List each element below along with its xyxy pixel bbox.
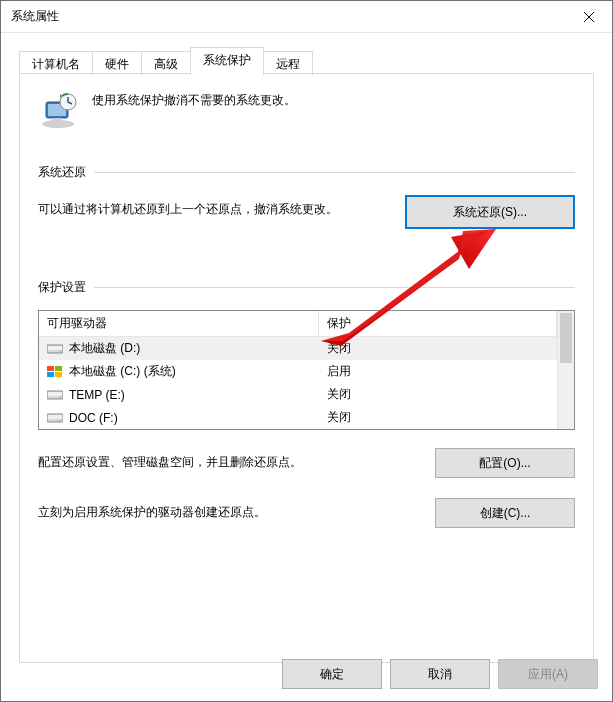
svg-rect-10: [47, 372, 54, 377]
system-protection-icon: [38, 90, 78, 130]
drive-status: 启用: [327, 363, 351, 380]
svg-rect-11: [55, 372, 62, 377]
drive-name: TEMP (E:): [69, 388, 125, 402]
scroll-thumb[interactable]: [560, 313, 572, 363]
create-description: 立刻为启用系统保护的驱动器创建还原点。: [38, 498, 415, 524]
col-header-drive[interactable]: 可用驱动器: [39, 311, 319, 336]
section-restore-label: 系统还原: [38, 164, 94, 181]
tab-computer-name[interactable]: 计算机名: [19, 51, 93, 75]
table-row[interactable]: 本地磁盘 (D:) 关闭: [39, 337, 557, 360]
hdd-icon: [47, 412, 63, 424]
ok-button[interactable]: 确定: [282, 659, 382, 689]
apply-button[interactable]: 应用(A): [498, 659, 598, 689]
table-header: 可用驱动器 保护: [39, 311, 557, 337]
window-title: 系统属性: [11, 8, 59, 25]
drive-status: 关闭: [327, 386, 351, 403]
section-protection-heading: 保护设置: [38, 279, 575, 296]
divider: [94, 287, 575, 288]
svg-rect-16: [48, 415, 62, 419]
intro-text: 使用系统保护撤消不需要的系统更改。: [92, 90, 296, 109]
configure-button[interactable]: 配置(O)...: [435, 448, 575, 478]
drive-status: 关闭: [327, 409, 351, 426]
close-button[interactable]: [566, 1, 612, 32]
svg-rect-6: [48, 346, 62, 350]
tab-advanced[interactable]: 高级: [141, 51, 191, 75]
dialog-button-row: 确定 取消 应用(A): [282, 659, 598, 689]
drive-name: 本地磁盘 (D:): [69, 340, 140, 357]
drive-name: 本地磁盘 (C:) (系统): [69, 363, 176, 380]
drive-table: 可用驱动器 保护 本地磁盘 (D:) 关闭 本地磁盘 (C:) (系统) 启用: [38, 310, 575, 430]
table-row[interactable]: 本地磁盘 (C:) (系统) 启用: [39, 360, 557, 383]
tab-strip: 计算机名 硬件 高级 系统保护 远程: [19, 47, 594, 73]
hdd-icon: [47, 389, 63, 401]
tab-system-protection[interactable]: 系统保护: [190, 47, 264, 74]
configure-description: 配置还原设置、管理磁盘空间，并且删除还原点。: [38, 448, 415, 474]
section-restore-heading: 系统还原: [38, 164, 575, 181]
svg-point-14: [59, 396, 60, 397]
table-row[interactable]: DOC (F:) 关闭: [39, 406, 557, 429]
system-restore-button[interactable]: 系统还原(S)...: [405, 195, 575, 229]
svg-rect-13: [48, 392, 62, 396]
tab-remote[interactable]: 远程: [263, 51, 313, 75]
cancel-button[interactable]: 取消: [390, 659, 490, 689]
tab-panel: 使用系统保护撤消不需要的系统更改。 系统还原 可以通过将计算机还原到上一个还原点…: [19, 73, 594, 663]
close-icon: [584, 12, 594, 22]
svg-point-17: [59, 419, 60, 420]
drive-name: DOC (F:): [69, 411, 118, 425]
restore-description: 可以通过将计算机还原到上一个还原点，撤消系统更改。: [38, 195, 385, 221]
vertical-scrollbar[interactable]: [557, 311, 574, 429]
section-protection-label: 保护设置: [38, 279, 94, 296]
svg-rect-9: [55, 366, 62, 371]
tab-hardware[interactable]: 硬件: [92, 51, 142, 75]
drive-status: 关闭: [327, 340, 351, 357]
windows-drive-icon: [47, 366, 63, 378]
divider: [94, 172, 575, 173]
create-button[interactable]: 创建(C)...: [435, 498, 575, 528]
table-row[interactable]: TEMP (E:) 关闭: [39, 383, 557, 406]
titlebar: 系统属性: [1, 1, 612, 33]
svg-point-7: [59, 350, 60, 351]
col-header-status[interactable]: 保护: [319, 311, 557, 336]
hdd-icon: [47, 343, 63, 355]
svg-rect-3: [52, 118, 62, 122]
svg-rect-8: [47, 366, 54, 371]
